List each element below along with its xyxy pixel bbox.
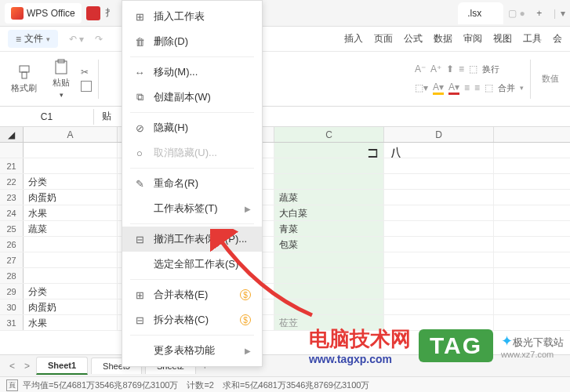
font-color[interactable]: A▾ [448,82,459,95]
svg-rect-1 [22,72,27,78]
spreadsheet-grid[interactable]: ◢ A C D ⊐八 21 22分类 23肉蛋奶蔬菜 24水果大白菜 25蔬菜青… [0,127,570,354]
plus-sheet-icon: ⊞ [133,10,146,23]
app-name: WPS Office [27,8,75,19]
unhide-icon: ○ [133,147,146,159]
ctx-rename[interactable]: ✎重命名(R) [122,171,262,196]
name-box[interactable]: C1 [0,109,94,125]
border-button[interactable]: ⬚▾ [415,82,428,93]
paste-button[interactable]: 粘贴▾ [48,56,74,102]
copy-icon[interactable] [81,81,92,92]
ctx-select-all-sheets[interactable]: 选定全部工作表(S) [122,252,262,277]
brush-icon [16,64,32,80]
svg-rect-0 [20,66,29,72]
menu-formula[interactable]: 公式 [404,32,423,45]
dropdown-icon[interactable]: ▾ [561,8,565,19]
unlock-icon: ⊟ [133,233,146,245]
move-icon: ↔ [133,66,146,78]
status-text: 平均值=5亿4681万3546兆8769亿3100万 计数=2 求和=5亿468… [23,379,369,391]
number-format-button[interactable]: 数值 [537,70,564,88]
row-header[interactable] [0,143,24,158]
formula-bar: C1 贴 [0,107,570,127]
merge-icon: ⊞ [133,289,146,301]
menu-member[interactable]: 会 [553,32,562,45]
hide-icon: ⊘ [133,122,146,134]
column-headers: ◢ A C D [0,127,570,143]
context-menu: ⊞插入工作表 🗑删除(D) ↔移动(M)... ⧉创建副本(W) ⊘隐藏(H) … [122,0,263,367]
menu-data[interactable]: 数据 [434,32,452,45]
watermark-logo-1: 电脑技术网 www.tagxp.com [309,325,411,365]
fill-color[interactable]: A▾ [433,82,444,95]
ctx-unhide: ○取消隐藏(U)... [122,140,262,165]
watermark-tag: TAG [419,329,493,362]
watermark-overlay: 电脑技术网 www.tagxp.com TAG ✦极光下载站 www.xz7.c… [309,325,564,365]
status-bar: 頁 平均值=5亿4681万3546兆8769亿3100万 计数=2 求和=5亿4… [0,376,570,392]
ctx-move[interactable]: ↔移动(M)... [122,60,262,85]
ctx-delete[interactable]: 🗑删除(D) [122,29,262,54]
tab-indicator: ▢ ● [508,8,525,19]
align-h[interactable]: ≡ [474,82,480,93]
chevron-right-icon: ▶ [245,205,251,213]
menu-view[interactable]: 视图 [493,32,512,45]
wrap-text[interactable]: ⬚ [469,64,477,74]
file-menu[interactable]: ≡ 文件 ▾ [8,30,58,48]
ctx-hide[interactable]: ⊘隐藏(H) [122,115,262,140]
wps-icon [11,7,24,20]
ctx-merge-tables[interactable]: ⊞合并表格(E)$ [122,282,262,307]
menu-bar: ≡ 文件 ▾ ↶ ▾ ↷ 插入 页面 公式 数据 审阅 视图 工具 会 [0,27,570,52]
font-size-increase[interactable]: A⁺ [430,64,441,74]
trash-icon: 🗑 [133,35,146,48]
tab-divider: | [554,8,556,19]
align-top[interactable]: ⬆ [446,64,454,74]
menu-review[interactable]: 审阅 [463,32,482,45]
format-brush-button[interactable]: 格式刷 [6,61,42,97]
chevron-right-icon: ▶ [245,347,251,355]
split-icon: ⊟ [133,314,146,326]
menu-tools[interactable]: 工具 [523,32,542,45]
doc-icon [86,6,100,20]
cut-icon[interactable]: ✂ [81,67,92,78]
app-logo[interactable]: WPS Office [5,3,82,24]
sheet-nav-prev[interactable]: < [6,361,18,372]
cell-data[interactable]: 分类 [24,174,118,189]
col-header-d[interactable]: D [384,127,494,142]
col-header-a[interactable]: A [24,127,118,142]
grid-rows: ⊐八 21 22分类 23肉蛋奶蔬菜 24水果大白菜 25蔬菜青菜 26包菜 2… [0,143,570,331]
align-mid[interactable]: ≡ [464,82,470,93]
sheet-tab[interactable]: Sheet1 [36,357,88,375]
copy-icon: ⧉ [133,91,146,103]
paste-icon [53,59,69,74]
ctx-copy[interactable]: ⧉创建副本(W) [122,85,262,110]
status-mode-icon: 頁 [6,379,18,391]
doc-tab-partial[interactable]: 扌 [105,6,114,20]
menu-insert[interactable]: 插入 [344,32,363,45]
ctx-unprotect-sheet[interactable]: ⊟撤消工作表保护(P)... [122,227,262,252]
ctx-more-functions[interactable]: 更多表格功能▶ [122,338,262,363]
menu-page[interactable]: 页面 [374,32,393,45]
sheet-nav-next[interactable]: > [21,361,33,372]
select-all-corner[interactable]: ◢ [0,127,24,142]
ctx-insert-sheet[interactable]: ⊞插入工作表 [122,4,262,29]
ctx-split-tables[interactable]: ⊟拆分表格(C)$ [122,307,262,332]
watermark-logo-2: ✦极光下载站 www.xz7.com [501,332,564,359]
rename-icon: ✎ [133,177,146,190]
add-tab-button[interactable]: + [530,4,549,23]
premium-badge-icon: $ [240,314,251,325]
font-size-decrease[interactable]: A⁻ [415,64,426,74]
premium-badge-icon: $ [240,289,251,300]
menu-redo[interactable]: ↷ [95,34,103,45]
ctx-tab-color[interactable]: 工作表标签(T)▶ [122,196,262,221]
merge-button[interactable]: ⬚ [485,82,493,93]
title-bar: WPS Office 扌 .lsx ▢ ● + | ▾ [0,0,570,27]
file-tab[interactable]: .lsx [458,2,503,24]
align-left[interactable]: ≡ [459,64,464,74]
col-header-c[interactable]: C [274,127,384,142]
star-icon: ✦ [501,333,513,349]
menu-undo[interactable]: ↶ ▾ [69,34,84,45]
toolbar: 格式刷 粘贴▾ ✂ A⁻ A⁺ ⬆ ≡ ⬚ 换行 ⬚▾ A▾ A▾ ≡ ≡ ⬚ … [0,52,570,107]
